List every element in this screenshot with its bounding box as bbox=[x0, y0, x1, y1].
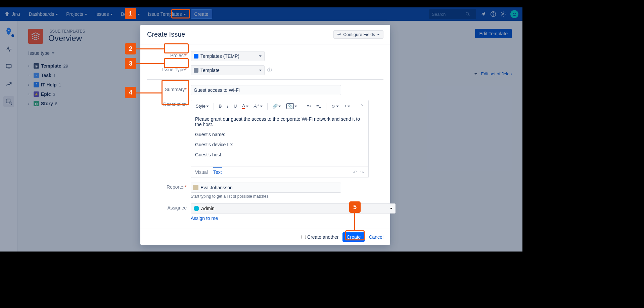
style-dropdown[interactable]: Style bbox=[194, 102, 211, 110]
annotation-2-box bbox=[164, 43, 189, 53]
assignee-label: Assignee bbox=[147, 203, 191, 210]
configure-fields-button[interactable]: Configure Fields bbox=[333, 30, 383, 39]
annotation-2-line bbox=[136, 48, 164, 49]
template-icon bbox=[194, 68, 198, 73]
more-format-button[interactable]: A° bbox=[252, 102, 265, 110]
editor-toolbar: Style B I U A A° 🔗 📎 ≡• ≡1 bbox=[191, 100, 368, 112]
description-editor: Style B I U A A° 🔗 📎 ≡• ≡1 bbox=[191, 100, 369, 178]
number-list-button[interactable]: ≡1 bbox=[314, 102, 323, 110]
annotation-5-line bbox=[354, 213, 355, 230]
reporter-label: Reporter* bbox=[147, 183, 191, 190]
window-frame-shadow bbox=[109, 0, 156, 7]
gear-icon bbox=[337, 33, 341, 37]
chevron-down-icon bbox=[390, 207, 393, 210]
emoji-button[interactable]: ☺ bbox=[329, 102, 341, 110]
annotation-3-line bbox=[136, 63, 164, 64]
help-icon[interactable]: ⓘ bbox=[267, 67, 272, 73]
create-another-checkbox[interactable]: Create another bbox=[302, 234, 338, 240]
issuetype-select[interactable]: Template bbox=[191, 65, 265, 75]
assignee-avatar bbox=[194, 206, 199, 211]
annotation-4-box bbox=[162, 80, 189, 105]
annotation-2: 2 bbox=[125, 43, 136, 54]
annotation-1: 1 bbox=[125, 8, 136, 19]
chevron-down-icon bbox=[260, 104, 263, 109]
cancel-button[interactable]: Cancel bbox=[369, 234, 383, 240]
annotation-4-line bbox=[136, 92, 162, 93]
tab-visual[interactable]: Visual bbox=[195, 168, 208, 176]
dialog-title: Create Issue bbox=[147, 31, 185, 38]
reporter-avatar bbox=[193, 185, 198, 190]
assignee-select[interactable]: Admin bbox=[191, 203, 396, 214]
app-window: Jira Dashboards Projects Issues Boards I… bbox=[0, 7, 522, 252]
chevron-down-icon bbox=[377, 32, 380, 37]
attachment-button[interactable]: 📎 bbox=[284, 102, 299, 110]
tab-text[interactable]: Text bbox=[213, 167, 222, 176]
chevron-down-icon bbox=[259, 69, 262, 72]
chevron-down-icon bbox=[206, 104, 209, 109]
project-select[interactable]: Templates (TEMP) bbox=[191, 51, 265, 61]
project-icon bbox=[194, 54, 198, 59]
link-button[interactable]: 🔗 bbox=[270, 102, 283, 110]
redo-button[interactable]: ↷ bbox=[360, 169, 364, 175]
reporter-input[interactable]: Eva Johansson bbox=[191, 183, 341, 193]
italic-button[interactable]: I bbox=[225, 102, 230, 110]
bullet-list-button[interactable]: ≡• bbox=[305, 102, 313, 110]
insert-button[interactable]: + bbox=[342, 102, 352, 110]
reporter-hint: Start typing to get a list of possible m… bbox=[191, 194, 383, 199]
dialog-body: Project* Templates (TEMP) Issue Type* Te… bbox=[140, 44, 390, 229]
chevron-down-icon bbox=[294, 104, 297, 109]
chevron-down-icon bbox=[336, 104, 339, 109]
svg-point-13 bbox=[339, 34, 340, 35]
annotation-3: 3 bbox=[125, 58, 136, 69]
editor-body[interactable]: Please grant our guest the access to the… bbox=[191, 112, 368, 166]
collapse-button[interactable]: ⌃ bbox=[358, 102, 366, 110]
editor-tabs: Visual Text ↶ ↷ bbox=[191, 166, 368, 178]
chevron-down-icon bbox=[259, 54, 262, 58]
chevron-down-icon bbox=[278, 104, 281, 109]
bold-button[interactable]: B bbox=[217, 102, 224, 110]
dialog-header: Create Issue Configure Fields bbox=[140, 25, 390, 44]
annotation-1-box bbox=[171, 9, 190, 18]
chevron-down-icon bbox=[348, 104, 350, 109]
annotation-5: 5 bbox=[349, 201, 361, 213]
color-button[interactable]: A bbox=[240, 102, 250, 110]
annotation-5-box bbox=[345, 230, 365, 240]
assign-to-me-link[interactable]: Assign to me bbox=[191, 216, 218, 221]
chevron-down-icon bbox=[246, 104, 248, 109]
divider bbox=[147, 79, 383, 80]
annotation-4: 4 bbox=[125, 87, 136, 98]
annotation-3-box bbox=[164, 58, 189, 68]
summary-input[interactable] bbox=[191, 85, 341, 95]
underline-button[interactable]: U bbox=[232, 102, 239, 110]
undo-button[interactable]: ↶ bbox=[353, 169, 357, 175]
create-another-input[interactable] bbox=[302, 235, 306, 239]
